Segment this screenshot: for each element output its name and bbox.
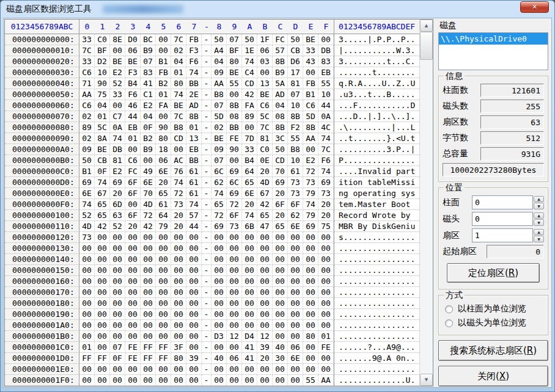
hex-byte[interactable]: BC <box>141 34 156 45</box>
hex-byte[interactable]: 20 <box>257 353 273 364</box>
hex-byte[interactable]: B1 <box>156 56 171 67</box>
hex-byte[interactable]: AA <box>303 133 318 144</box>
hex-byte[interactable]: 67 <box>257 188 273 199</box>
hex-byte[interactable]: 42 <box>141 221 156 232</box>
hex-byte[interactable]: 00 <box>318 353 334 364</box>
hex-byte[interactable]: 07 <box>227 34 242 45</box>
hex-byte[interactable]: C6 <box>303 100 318 111</box>
hex-byte[interactable]: 00 <box>273 375 288 386</box>
row-ascii[interactable]: P............... <box>334 155 419 166</box>
hex-byte[interactable]: 00 <box>257 276 273 287</box>
hex-byte[interactable]: AC <box>171 155 186 166</box>
hex-byte[interactable]: 00 <box>186 364 202 375</box>
hex-byte[interactable]: 00 <box>227 232 242 243</box>
hex-byte[interactable]: BE <box>257 89 273 100</box>
hex-byte[interactable]: 79 <box>303 210 318 221</box>
hex-byte[interactable]: 00 <box>227 309 242 320</box>
row-ascii[interactable]: 3.........t...C. <box>334 56 419 67</box>
hex-byte[interactable]: 74 <box>242 56 257 67</box>
hex-byte[interactable]: 00 <box>171 265 186 276</box>
hex-byte[interactable]: 00 <box>141 265 156 276</box>
hex-byte[interactable]: E2 <box>303 155 318 166</box>
hex-byte[interactable]: 00 <box>318 232 334 243</box>
row-ascii[interactable]: ................ <box>334 276 419 287</box>
hex-byte[interactable]: 69 <box>303 221 318 232</box>
hex-byte[interactable]: 00 <box>110 309 125 320</box>
hex-byte[interactable]: 90 <box>227 144 242 155</box>
hex-byte[interactable]: 20 <box>318 199 334 210</box>
hex-byte[interactable]: 00 <box>156 331 171 342</box>
hex-byte[interactable]: 72 <box>211 210 227 221</box>
spinner-down-icon[interactable]: ▼ <box>534 236 544 242</box>
hex-byte[interactable]: 00 <box>156 364 171 375</box>
hex-byte[interactable]: CB <box>95 155 110 166</box>
hex-byte[interactable]: 00 <box>79 254 95 265</box>
hex-byte[interactable]: 13 <box>186 133 202 144</box>
hex-byte[interactable]: 00 <box>171 375 186 386</box>
hex-byte[interactable]: 00 <box>156 111 171 122</box>
hex-byte[interactable]: C7 <box>110 111 125 122</box>
hex-byte[interactable]: 40 <box>273 342 288 353</box>
hex-byte[interactable]: 08 <box>227 111 242 122</box>
hex-byte[interactable]: 6D <box>110 199 125 210</box>
hex-byte[interactable]: 61 <box>186 166 202 177</box>
row-ascii[interactable]: q.R.A....U..Z..U <box>334 78 419 89</box>
hex-byte[interactable]: 00 <box>303 243 318 254</box>
hex-byte[interactable]: 41 <box>141 78 156 89</box>
hex-byte[interactable]: C4 <box>242 67 257 78</box>
hex-byte[interactable]: 00 <box>186 254 202 265</box>
hex-byte[interactable]: E2 <box>110 166 125 177</box>
spinner-up-icon[interactable]: ▲ <box>534 196 544 203</box>
hex-byte[interactable]: 00 <box>79 276 95 287</box>
hex-byte[interactable]: 74 <box>186 67 202 78</box>
hex-byte[interactable]: 00 <box>186 375 202 386</box>
hex-byte[interactable]: 00 <box>156 254 171 265</box>
hex-byte[interactable]: 17 <box>288 67 303 78</box>
hex-byte[interactable]: 00 <box>95 375 110 386</box>
hex-byte[interactable]: BE <box>110 56 125 67</box>
hex-byte[interactable]: 00 <box>211 287 227 298</box>
hex-byte[interactable]: 00 <box>257 243 273 254</box>
hex-byte[interactable]: 00 <box>211 276 227 287</box>
hex-byte[interactable]: 00 <box>141 287 156 298</box>
hex-byte[interactable]: 00 <box>110 243 125 254</box>
hex-byte[interactable]: 72 <box>303 166 318 177</box>
hex-byte[interactable]: 04 <box>141 111 156 122</box>
row-ascii[interactable]: .\.........|...L <box>334 122 419 133</box>
hex-byte[interactable]: 00 <box>257 320 273 331</box>
browse-by-head-option[interactable]: 以磁头为单位浏览 <box>445 318 544 328</box>
hex-byte[interactable]: 33 <box>242 144 257 155</box>
hex-byte[interactable]: 00 <box>156 34 171 45</box>
hex-byte[interactable]: 00 <box>227 254 242 265</box>
hex-byte[interactable]: 80 <box>227 56 242 67</box>
hex-byte[interactable]: 02 <box>211 122 227 133</box>
hex-byte[interactable]: 81 <box>288 78 303 89</box>
hex-byte[interactable]: B8 <box>288 144 303 155</box>
hex-byte[interactable]: BB <box>186 155 202 166</box>
hex-byte[interactable]: 33 <box>303 45 318 56</box>
hex-byte[interactable]: 49 <box>141 166 156 177</box>
hex-byte[interactable]: 40 <box>211 353 227 364</box>
hex-byte[interactable]: CD <box>242 78 257 89</box>
row-ascii[interactable]: ................ <box>334 254 419 265</box>
hex-byte[interactable]: 00 <box>303 276 318 287</box>
hex-byte[interactable]: AD <box>273 89 288 100</box>
hex-byte[interactable]: 00 <box>186 265 202 276</box>
hex-byte[interactable]: 62 <box>211 177 227 188</box>
hex-byte[interactable]: F6 <box>125 89 141 100</box>
hex-byte[interactable]: 20 <box>125 221 141 232</box>
hex-byte[interactable]: 74 <box>171 89 186 100</box>
hex-byte[interactable]: 00 <box>171 287 186 298</box>
titlebar[interactable]: 磁盘扇区数据浏览工具 ✕ <box>1 1 554 17</box>
hex-byte[interactable]: FF <box>141 342 156 353</box>
hex-byte[interactable]: AA <box>318 375 334 386</box>
row-ascii[interactable]: ...D..|.]..\..]. <box>334 111 419 122</box>
hex-byte[interactable]: 7C <box>171 34 186 45</box>
hex-byte[interactable]: 00 <box>156 298 171 309</box>
hex-byte[interactable]: 6F <box>125 177 141 188</box>
hex-byte[interactable]: 1E <box>242 45 257 56</box>
hex-byte[interactable]: AD <box>186 100 202 111</box>
hex-byte[interactable]: 44 <box>318 100 334 111</box>
hex-byte[interactable]: 69 <box>227 166 242 177</box>
hex-byte[interactable]: 50 <box>211 34 227 45</box>
